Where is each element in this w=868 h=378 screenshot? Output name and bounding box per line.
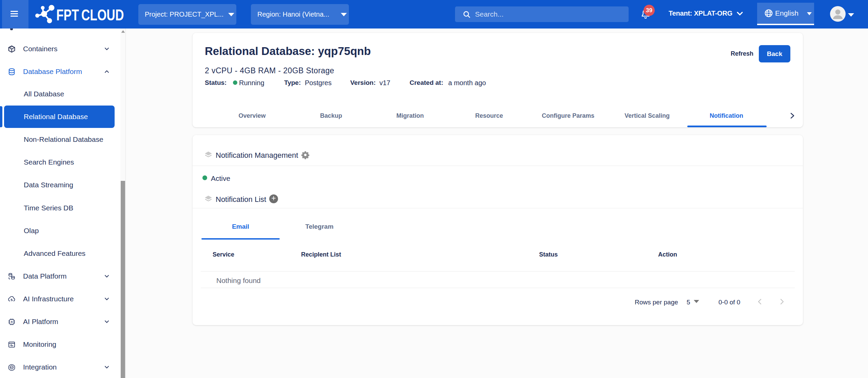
svg-text:AI: AI: [11, 321, 13, 323]
svg-text:API: API: [11, 366, 13, 368]
